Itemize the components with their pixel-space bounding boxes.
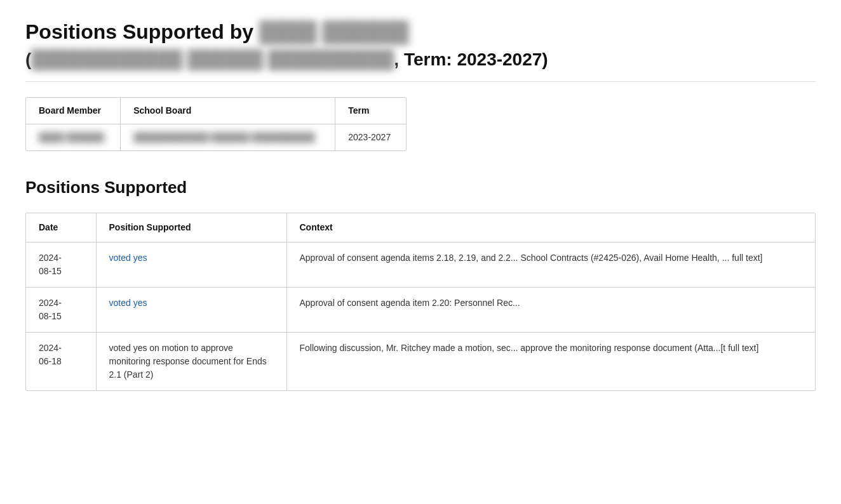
positions-col-date: Date (26, 213, 96, 242)
positions-date-cell: 2024-08-15 (26, 242, 96, 288)
positions-position-cell: voted yes (96, 288, 286, 333)
positions-table-row: 2024-08-15voted yesApproval of consent a… (26, 288, 815, 333)
info-board-member-blurred: ████ ██████ (39, 131, 104, 144)
positions-header-row: Date Position Supported Context (26, 213, 815, 242)
col-school-board: School Board (121, 98, 335, 124)
page-title: Positions Supported by ████ ██████ (25, 19, 816, 46)
subtitle-school-blurred: ████████████ ██████ ██████████ (31, 48, 394, 71)
col-board-member: Board Member (26, 98, 121, 124)
positions-date-cell: 2024-06-18 (26, 333, 96, 391)
positions-context-cell: Approval of consent agenda item 2.20: Pe… (286, 288, 815, 333)
positions-section: Positions Supported Date Position Suppor… (25, 175, 816, 391)
voted-yes-label: voted yes (109, 253, 147, 263)
title-name-blurred: ████ ██████ (259, 19, 409, 46)
info-table-header-row: Board Member School Board Term (26, 98, 406, 124)
subtitle-term: , Term: 2023-2027) (394, 50, 548, 69)
info-school-board-value: ████████████ ██████ ██████████ (121, 124, 335, 150)
positions-context-cell: Approval of consent agenda items 2.18, 2… (286, 242, 815, 288)
page-subtitle: (████████████ ██████ ██████████, Term: 2… (25, 48, 816, 82)
info-term-value: 2023-2027 (335, 124, 406, 150)
info-school-board-blurred: ████████████ ██████ ██████████ (133, 131, 315, 144)
positions-table-row: 2024-06-18voted yes on motion to approve… (26, 333, 815, 391)
board-member-info-table-container: Board Member School Board Term ████ ████… (25, 97, 407, 151)
positions-col-context: Context (286, 213, 815, 242)
positions-date-cell: 2024-08-15 (26, 288, 96, 333)
info-table-row: ████ ██████ ████████████ ██████ ████████… (26, 124, 406, 150)
positions-table-container: Date Position Supported Context 2024-08-… (25, 213, 816, 391)
voted-yes-label: voted yes (109, 298, 147, 308)
info-board-member-value: ████ ██████ (26, 124, 121, 150)
subtitle-open-paren: ( (25, 50, 31, 69)
page-header: Positions Supported by ████ ██████ (████… (25, 19, 816, 82)
positions-table-row: 2024-08-15voted yesApproval of consent a… (26, 242, 815, 288)
title-prefix: Positions Supported by (25, 20, 253, 43)
positions-section-title: Positions Supported (25, 175, 816, 200)
position-label: voted yes on motion to approve monitorin… (109, 343, 267, 380)
col-term: Term (335, 98, 406, 124)
board-member-info-table: Board Member School Board Term ████ ████… (26, 98, 406, 150)
positions-position-cell: voted yes on motion to approve monitorin… (96, 333, 286, 391)
positions-context-cell: Following discussion, Mr. Ritchey made a… (286, 333, 815, 391)
positions-table: Date Position Supported Context 2024-08-… (26, 213, 815, 390)
positions-col-position: Position Supported (96, 213, 286, 242)
positions-position-cell: voted yes (96, 242, 286, 288)
